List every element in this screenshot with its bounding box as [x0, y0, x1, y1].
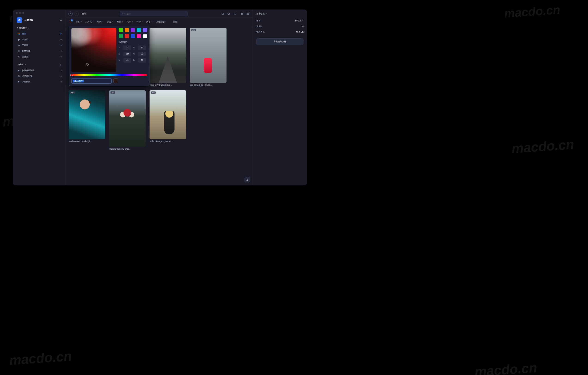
- search-input[interactable]: [127, 13, 186, 15]
- h-value[interactable]: 0: [123, 45, 131, 50]
- thumbnail[interactable]: [149, 28, 186, 83]
- hex-input[interactable]: #2a1717: [71, 78, 112, 84]
- toggle-panel-icon[interactable]: [221, 12, 224, 15]
- sidebar-item-count: 10: [60, 44, 62, 46]
- hue-thumb[interactable]: [70, 74, 73, 76]
- svg-point-3: [19, 34, 20, 35]
- grid-dots-icon: [17, 32, 20, 35]
- sliders-icon[interactable]: [227, 12, 231, 15]
- nav-forward-button[interactable]: [74, 11, 79, 16]
- chevron-down-icon: ▼: [132, 21, 133, 23]
- menu-icon[interactable]: [59, 19, 62, 22]
- hue-slider[interactable]: [71, 74, 147, 76]
- apps-icon[interactable]: [246, 12, 249, 15]
- grid-view-icon[interactable]: [240, 12, 243, 15]
- folder-item[interactable]: unsplash 8: [16, 79, 63, 84]
- swatch[interactable]: [119, 28, 123, 32]
- chevron-down-icon: ▼: [165, 21, 167, 23]
- sv-cursor[interactable]: [86, 63, 89, 66]
- sidebar-item-label: 无标签: [22, 44, 28, 47]
- filter-tag[interactable]: 标签▼: [76, 20, 82, 23]
- sv-canvas[interactable]: [71, 28, 116, 72]
- display-icon[interactable]: [234, 12, 237, 15]
- info-header[interactable]: 基本信息 ▼: [256, 12, 304, 18]
- thumb-card[interactable]: naga-a-vYQrra8gZ20-un…: [149, 28, 186, 86]
- info-header-label: 基本信息: [256, 12, 265, 15]
- thumbnail[interactable]: JPG: [69, 90, 105, 139]
- svg-rect-20: [248, 13, 249, 13]
- svg-rect-21: [247, 14, 248, 15]
- swatch[interactable]: [131, 34, 135, 38]
- folders-header[interactable]: 文件夹 ▼ ＋: [16, 60, 63, 68]
- swatch[interactable]: [137, 28, 141, 32]
- swatch[interactable]: [137, 34, 141, 38]
- color-filter-chip[interactable]: ✕: [69, 20, 72, 24]
- info-value: 所有素材: [295, 20, 304, 22]
- traffic-close[interactable]: [16, 12, 18, 14]
- g-value[interactable]: 23: [138, 52, 146, 56]
- v-value[interactable]: 42: [123, 58, 131, 62]
- search-field[interactable]: ▾: [120, 11, 188, 16]
- swatch[interactable]: [125, 34, 129, 38]
- r-value[interactable]: 42: [138, 45, 146, 50]
- info-row-size: 文件大小 38.9 MB: [256, 29, 304, 35]
- clear-filters-button[interactable]: 清空: [173, 20, 177, 23]
- v-label: V: [119, 59, 122, 61]
- thumbnail[interactable]: JPG: [190, 28, 227, 83]
- sidebar-item-uncategorized[interactable]: 未分类 0: [16, 37, 63, 42]
- thumb-card[interactable]: JPG josh-duke-la_AX_T41Lw-…: [149, 90, 186, 150]
- traffic-zoom[interactable]: [22, 12, 24, 14]
- thumb-caption: vladislav-nahorny-4kDQji…: [69, 139, 105, 142]
- svg-rect-17: [241, 14, 241, 15]
- thumbnail[interactable]: JPG: [109, 90, 146, 147]
- remove-chip-icon[interactable]: ✕: [71, 20, 73, 22]
- folder-item[interactable]: 软件使用说明 2: [16, 68, 63, 73]
- filter-shape[interactable]: 形状▼: [117, 20, 123, 23]
- filter-rating[interactable]: 评分▼: [136, 20, 143, 23]
- nav-back-button[interactable]: [68, 11, 73, 16]
- sidebar-item-label: 未分类: [22, 38, 28, 41]
- chevron-down-icon[interactable]: ▾: [124, 13, 125, 15]
- export-all-button[interactable]: 导出全部素材: [256, 38, 304, 45]
- svg-point-12: [229, 13, 230, 14]
- filter-filesize[interactable]: 大小▼: [146, 20, 153, 23]
- filter-folder[interactable]: 文件夹▼: [85, 20, 94, 23]
- main: 全部 ▾ ✕ 标签▼ 文件夹▼ 时间▼ 类型: [66, 10, 253, 185]
- library-selector[interactable]: 本地素材库: [16, 26, 63, 31]
- hsv-rgb-values: H 0 R 42 S 114 G 23 V 42 B 23: [119, 45, 147, 62]
- filter-time[interactable]: 时间▼: [97, 20, 104, 23]
- folder-item[interactable]: 浏览器采集 0: [16, 73, 63, 79]
- swatch[interactable]: [131, 28, 135, 32]
- s-label: S: [119, 53, 122, 55]
- sidebar-item-untagged[interactable]: 无标签 10: [16, 43, 63, 48]
- sidebar-item-all[interactable]: 全部 10: [16, 31, 63, 37]
- traffic-minimize[interactable]: [19, 12, 21, 14]
- sidebar-item-count: 0: [61, 56, 62, 58]
- trash-icon: [17, 55, 20, 58]
- sidebar-item-tag-manage[interactable]: 标签管理 0: [16, 49, 63, 54]
- svg-rect-6: [18, 70, 20, 71]
- thumbnail[interactable]: JPG: [149, 90, 186, 139]
- b-value[interactable]: 23: [138, 58, 146, 62]
- filter-type[interactable]: 类型▼: [107, 20, 114, 23]
- import-button[interactable]: [244, 177, 250, 182]
- sidebar-item-count: 0: [61, 39, 62, 41]
- add-folder-button[interactable]: ＋: [59, 63, 62, 67]
- swatch[interactable]: [143, 28, 147, 32]
- folder-count: 0: [61, 75, 62, 77]
- filter-size[interactable]: 尺寸▼: [127, 20, 133, 23]
- thumb-card[interactable]: JPG vladislav-nahorny-uygg…: [109, 90, 146, 150]
- swatch[interactable]: [143, 34, 147, 38]
- folder-label: 软件使用说明: [22, 69, 34, 72]
- folder-count: 2: [61, 70, 62, 72]
- filter-other[interactable]: 其他筛选▼: [156, 20, 167, 23]
- thumb-card[interactable]: JPG joel-barwick-0ekKShZD…: [190, 28, 227, 86]
- swatch[interactable]: [119, 34, 123, 38]
- swatch[interactable]: [125, 28, 129, 32]
- info-value: 38.9 MB: [296, 31, 304, 34]
- thumb-card[interactable]: JPG vladislav-nahorny-4kDQji…: [69, 90, 105, 150]
- info-label: 名称: [256, 20, 261, 22]
- window-controls: [16, 12, 24, 14]
- s-value[interactable]: 114: [123, 52, 131, 56]
- sidebar-item-trash[interactable]: 回收站 0: [16, 54, 63, 60]
